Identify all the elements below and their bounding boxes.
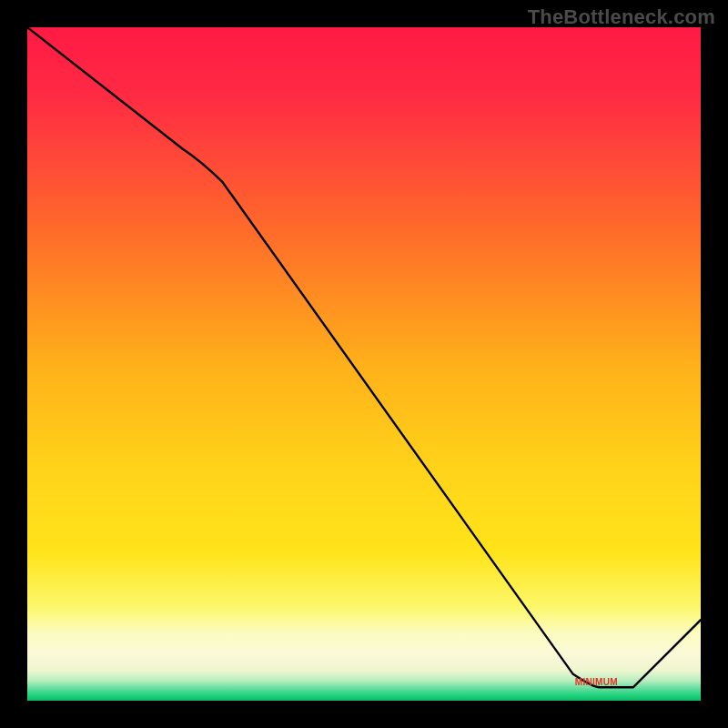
watermark-text: TheBottleneck.com	[528, 5, 715, 29]
minimum-label: MINIMUM	[575, 677, 618, 687]
chart-canvas: TheBottleneck.com	[0, 0, 728, 728]
plot-area: MINIMUM	[27, 27, 701, 701]
chart-curve: MINIMUM	[27, 27, 701, 701]
